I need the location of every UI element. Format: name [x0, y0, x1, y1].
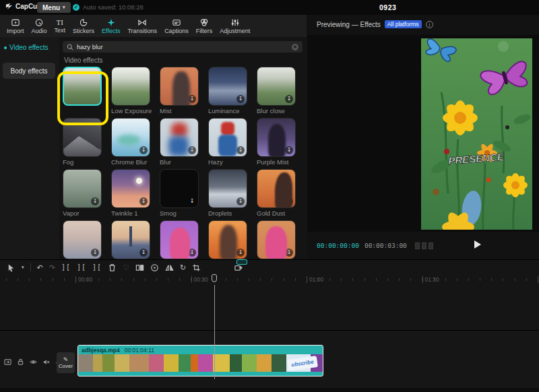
frame-step-icon[interactable] — [429, 242, 433, 249]
download-icon: ↧ — [285, 197, 293, 205]
cursor-tool-icon[interactable] — [7, 263, 15, 272]
effect-card[interactable]: ↧ — [63, 220, 106, 259]
effect-thumbnail[interactable] — [63, 67, 102, 106]
frame-step-icon[interactable] — [415, 242, 420, 249]
stickers-icon — [79, 18, 88, 27]
tab-captions[interactable]: Captions — [164, 18, 189, 34]
info-icon[interactable]: i — [426, 21, 433, 28]
effect-card[interactable]: ↧ Fog — [63, 118, 106, 167]
toolbar-divider — [30, 263, 31, 271]
effect-thumbnail[interactable]: ↧ — [160, 118, 199, 157]
effect-card[interactable]: ↧ Twinkle 1 — [111, 169, 154, 218]
playback-speed-icon[interactable] — [150, 263, 159, 272]
video-clip[interactable]: adbjesqa.mp4 00:01:04:11 ubscribe — [77, 345, 323, 377]
effect-card[interactable]: ↧ Purple Mist — [257, 118, 300, 167]
tab-filters[interactable]: Filters — [196, 18, 213, 34]
video-preview[interactable]: PRESENCE — [421, 38, 532, 230]
effect-card[interactable]: ↧ — [208, 220, 251, 259]
rotate-icon[interactable]: ↻ — [180, 263, 186, 272]
effect-card[interactable]: ↧ Chrome Blur — [111, 118, 154, 167]
effect-thumbnail[interactable]: ↧ — [111, 220, 150, 259]
track-area: ⋯ ✎ Cover adbjesqa.mp4 00:01:04:11 ubscr… — [0, 331, 539, 392]
favorite-icon[interactable]: ♡ — [123, 263, 129, 272]
effect-thumbnail[interactable]: ↧ — [160, 67, 199, 106]
playhead-handle[interactable] — [212, 274, 217, 282]
lock-icon[interactable] — [17, 356, 24, 368]
effect-card[interactable]: ↧ Droplets — [208, 169, 251, 218]
download-icon: ↧ — [236, 197, 245, 205]
effect-thumbnail[interactable]: ↧ — [208, 220, 247, 259]
effect-card[interactable]: ↧ Hazy — [208, 118, 251, 167]
effect-thumbnail[interactable]: ↧ — [208, 67, 247, 106]
effect-card[interactable]: Low Exposure — [111, 67, 154, 116]
delete-icon[interactable] — [108, 263, 117, 272]
redo-icon[interactable]: ↷ — [49, 263, 55, 272]
tab-import[interactable]: Import — [7, 18, 24, 34]
effect-thumbnail[interactable]: ↧ — [160, 220, 199, 259]
flip-icon[interactable] — [165, 263, 174, 272]
menu-button[interactable]: Menu ▾ — [37, 2, 71, 13]
effect-thumbnail[interactable]: ↧ — [257, 169, 296, 208]
preview-title: Previewing — Effects — [317, 21, 381, 28]
main-track-icon[interactable] — [4, 356, 11, 368]
effect-label: Smog — [160, 209, 177, 218]
play-button[interactable] — [474, 240, 481, 249]
tab-audio[interactable]: Audio — [32, 18, 47, 34]
effect-card[interactable]: ↧ — [111, 220, 154, 259]
tab-effects[interactable]: Effects — [102, 18, 120, 34]
pip-icon[interactable] — [234, 263, 243, 272]
crop-icon[interactable] — [192, 263, 201, 272]
undo-icon[interactable]: ↶ — [37, 263, 43, 272]
effect-thumbnail[interactable]: ↧ — [63, 220, 102, 259]
effect-card[interactable]: ↧ Blur — [160, 118, 203, 167]
effect-thumbnail[interactable]: ↧ — [208, 169, 247, 208]
sidebar-item-body-effects[interactable]: Body effects — [3, 63, 55, 79]
clip-duration: 00:01:04:11 — [125, 347, 154, 354]
effect-card[interactable]: ↧ Gold Dust — [257, 169, 300, 218]
download-icon: ↧ — [236, 249, 245, 257]
mute-track-icon[interactable] — [42, 356, 50, 368]
cover-button[interactable]: ✎ Cover — [57, 352, 75, 373]
effect-thumbnail[interactable]: ↧ — [257, 118, 296, 157]
delete-right-icon[interactable]: ][ — [92, 263, 102, 272]
tool-dropdown-icon[interactable]: ▾ — [22, 263, 24, 272]
effect-card[interactable]: ↧ Luminance — [208, 67, 251, 116]
platform-badge[interactable]: All platforms — [385, 20, 422, 28]
effect-thumbnail[interactable]: ↧ — [63, 169, 102, 208]
effect-card[interactable]: ↧ — [257, 220, 300, 259]
track-header: ⋯ — [4, 356, 63, 368]
effects-grid: Low Exposure ↧ Mist ↧ Luminance ↧ Blur c… — [63, 67, 307, 259]
effect-card[interactable]: ↧ Mist — [160, 67, 203, 116]
tab-stickers[interactable]: Stickers — [73, 18, 94, 34]
effect-thumbnail[interactable]: ↧ — [208, 118, 247, 157]
hide-track-icon[interactable] — [30, 356, 37, 368]
effect-label: Chrome Blur — [111, 158, 147, 167]
effect-card[interactable]: ↧ — [160, 220, 203, 259]
mirror-icon[interactable] — [135, 263, 144, 272]
split-icon[interactable]: ][ — [61, 263, 71, 272]
search-input[interactable]: hazy blur ✕ — [63, 41, 303, 53]
effect-card[interactable]: ↧ Vapor — [63, 169, 106, 218]
frame-step-icon[interactable] — [422, 242, 426, 249]
tab-transitions[interactable]: Transitions — [127, 18, 157, 34]
capcut-logo-icon — [5, 3, 13, 10]
effect-thumbnail[interactable]: ↧ — [63, 118, 102, 157]
effect-thumbnail[interactable]: ↧ — [160, 169, 199, 208]
sidebar-item-video-effects[interactable]: Video effects — [4, 44, 48, 51]
effect-card[interactable]: ↧ Blur close — [257, 67, 300, 116]
download-icon: ↧ — [139, 249, 148, 257]
effect-label: Droplets — [208, 209, 232, 218]
effect-thumbnail[interactable]: ↧ — [257, 67, 296, 106]
effect-card[interactable]: ↧ Smog — [160, 169, 203, 218]
tab-text[interactable]: TI Text — [55, 18, 66, 34]
tab-adjustment[interactable]: Adjustment — [220, 18, 250, 34]
effect-thumbnail[interactable]: ↧ — [257, 220, 296, 259]
effect-thumbnail[interactable]: ↧ — [111, 169, 150, 208]
download-icon: ↧ — [91, 249, 99, 257]
capcut-window: CapCut Menu ▾ ✓ Auto saved: 10:08:28 092… — [0, 0, 539, 392]
delete-left-icon[interactable]: ][ — [77, 263, 86, 272]
effect-card[interactable] — [63, 67, 106, 116]
effect-thumbnail[interactable]: ↧ — [111, 118, 150, 157]
clear-search-icon[interactable]: ✕ — [292, 44, 298, 51]
effect-thumbnail[interactable] — [111, 67, 150, 106]
